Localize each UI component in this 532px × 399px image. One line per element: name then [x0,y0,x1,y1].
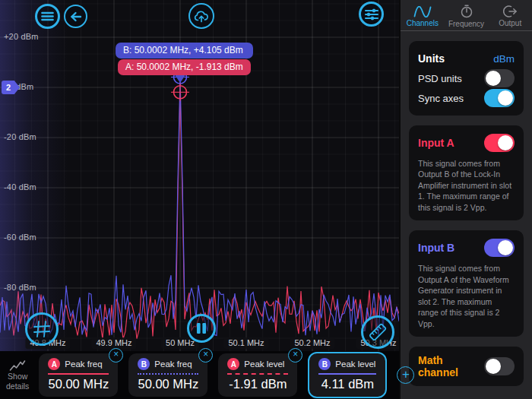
units-card: Units dBm PSD units Sync axes [409,41,524,116]
measurement-value: -1.91 dBm [227,377,288,391]
channel-badge: B [138,358,150,370]
input-a-description: This signal comes from Output B of the L… [418,158,515,213]
x-tick-label: 50.2 MHz [290,337,334,349]
input-a-title: Input A [418,137,454,149]
close-icon[interactable]: × [288,348,302,363]
menu-icon[interactable] [35,4,60,29]
sidebar-tabs: Channels Frequency Output [401,0,532,31]
peak-tooltip: B: 50.0002 MHz, +4.105 dBm A: 50.0002 MH… [116,43,253,75]
psd-units-label: PSD units [418,73,462,84]
show-details-label-1: Show [8,372,27,381]
units-value[interactable]: dBm [493,53,515,65]
measurement-value: 50.00 MHz [48,377,109,391]
measurement-bar: Show details APeak freq50.00 MHz×BPeak f… [0,351,399,399]
sync-axes-label: Sync axes [418,93,464,104]
stopwatch-icon [460,5,473,18]
y-tick-label: +20 dBm [4,32,39,41]
measurement-label: Peak freq [65,359,102,369]
input-b-toggle[interactable] [484,239,515,257]
input-b-title: Input B [418,242,454,254]
input-a-toggle[interactable] [484,134,515,152]
grid-icon[interactable] [25,312,59,346]
channels-panel: Units dBm PSD units Sync axes Input A Th… [401,31,532,399]
sync-axes-toggle[interactable] [484,89,515,107]
x-tick-label: 49.9 MHz [91,337,136,349]
trend-icon [9,359,26,372]
show-details-label-2: details [6,382,29,391]
math-channel-row: Math channel [418,354,515,378]
math-channel-toggle[interactable] [484,357,515,375]
input-a-card: Input A This signal comes from Output B … [409,125,524,220]
measurement-label: Peak freq [154,359,192,369]
sync-axes-row: Sync axes [418,88,515,108]
measurement-value: 50.00 MHz [138,377,198,391]
measurement-card[interactable]: BPeak freq50.00 MHz× [128,353,207,397]
settings-sidebar: Channels Frequency Output Units dBm PSD … [399,0,532,399]
measurement-label: Peak level [244,359,284,369]
measurement-card[interactable]: APeak level-1.91 dBm× [218,353,297,397]
units-title: Units [418,52,445,65]
tab-output-label: Output [499,19,521,27]
input-b-card: Input B This signal comes from Output A … [409,230,524,337]
trace-style-line [227,373,288,375]
trace-style-line [318,373,376,375]
spectrum-plot[interactable]: +20 dBm+0 dBm-20 dBm-40 dBm-60 dBm-80 dB… [0,0,399,351]
y-tick-label: -60 dBm [4,233,36,242]
y-tick-label: -40 dBm [4,182,36,192]
sine-wave-icon [413,6,432,17]
spectrum-analyzer-app: +20 dBm+0 dBm-20 dBm-40 dBm-60 dBm-80 dB… [0,0,532,399]
close-icon[interactable]: × [109,348,123,363]
channel-badge: A [227,358,239,370]
ruler-icon[interactable] [361,315,394,349]
tooltip-channel-b: B: 50.0002 MHz, +4.105 dBm [116,43,253,59]
psd-units-toggle[interactable] [484,69,515,87]
show-details-button[interactable]: Show details [6,359,29,390]
y-tick-label: -20 dBm [4,132,36,141]
cloud-upload-icon[interactable] [188,3,214,29]
tab-channels[interactable]: Channels [401,0,445,30]
close-icon[interactable]: × [198,348,213,363]
psd-units-row: PSD units [418,68,515,88]
input-b-row: Input B [418,238,515,258]
sliders-icon[interactable] [359,2,384,27]
channel-badge: A [48,358,60,370]
tab-channels-label: Channels [407,19,439,27]
y-tick-label: -80 dBm [4,283,36,292]
measurement-card[interactable]: BPeak level4.11 dBm [308,352,387,398]
pause-icon[interactable] [187,314,216,343]
tooltip-channel-a: A: 50.0002 MHz, -1.913 dBm [118,59,251,75]
math-channel-title: Math channel [418,354,484,378]
measurement-card[interactable]: APeak freq50.00 MHz× [39,353,118,397]
tab-frequency-label: Frequency [448,20,484,28]
trace-style-line [138,373,198,375]
tab-frequency[interactable]: Frequency [445,0,489,30]
main-area: +20 dBm+0 dBm-20 dBm-40 dBm-60 dBm-80 dB… [0,0,399,399]
input-b-description: This signal comes from Output A of the W… [418,263,515,329]
x-tick-label: 50.1 MHz [223,337,268,349]
measurement-label: Peak level [335,359,375,369]
measurement-value: 4.11 dBm [318,377,376,391]
back-icon[interactable] [64,5,87,28]
output-icon [503,5,518,17]
math-channel-card: Math channel [409,347,524,386]
trace-style-line [48,373,109,375]
channel-badge: B [318,358,331,370]
measurement-cards: APeak freq50.00 MHz×BPeak freq50.00 MHz×… [39,352,387,398]
units-row[interactable]: Units dBm [418,49,515,68]
input-a-row: Input A [418,133,515,153]
tab-output[interactable]: Output [488,0,532,30]
